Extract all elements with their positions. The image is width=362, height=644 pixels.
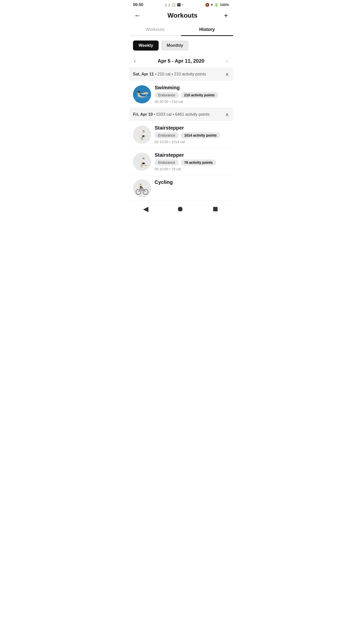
status-time: 06:50 bbox=[133, 3, 143, 7]
tabs: Workouts History bbox=[129, 23, 233, 36]
swimming-name: Swimming bbox=[155, 85, 229, 91]
chevron-up-fri: ∧ bbox=[225, 111, 229, 117]
stairstepper2-meta: 00:10:00 • 78 cal bbox=[155, 167, 229, 171]
stairstepper2-info: Stairstepper Endurance 78 activity point… bbox=[155, 152, 229, 171]
chevron-up-sat: ∧ bbox=[225, 71, 229, 77]
clipboard-icon: 📋 bbox=[172, 3, 176, 7]
workout-cycling-partial[interactable]: Cycling bbox=[129, 175, 233, 199]
day-header-fri[interactable]: Fri, Apr 10 • 6333 cal • 6461 activity p… bbox=[129, 108, 233, 121]
svg-line-41 bbox=[140, 187, 141, 189]
workout-stairstepper-2[interactable]: Stairstepper Endurance 78 activity point… bbox=[129, 148, 233, 175]
stairstepper1-tags: Endurance 1014 activity points bbox=[155, 132, 229, 138]
cycling-avatar bbox=[133, 179, 151, 197]
status-right: 🔕 ▾ 🔋 100% bbox=[205, 3, 229, 7]
add-button[interactable]: + bbox=[224, 12, 228, 19]
swimming-meta: 00:30:00 • 210 cal bbox=[155, 100, 229, 104]
day-label-fri: Fri, Apr 10 • 6333 cal • 6461 activity p… bbox=[133, 112, 209, 117]
bottom-nav: ◀ ⏺ ⏹ bbox=[129, 200, 233, 218]
cycling-name: Cycling bbox=[155, 179, 229, 185]
stairstepper2-name: Stairstepper bbox=[155, 152, 229, 158]
svg-point-3 bbox=[138, 92, 139, 93]
stairstepper2-points-tag: 78 activity points bbox=[181, 159, 216, 166]
workout-swimming[interactable]: Swimming Endurance 210 activity points 0… bbox=[129, 81, 233, 108]
filter-row: Weekly Monthly bbox=[129, 36, 233, 55]
swimming-avatar bbox=[133, 85, 151, 103]
stop-nav-button[interactable]: ⏹ bbox=[212, 205, 219, 213]
svg-point-4 bbox=[139, 92, 141, 93]
swimming-info: Swimming Endurance 210 activity points 0… bbox=[155, 85, 229, 104]
status-icons: ▯ ▯ 📋 🅿 • bbox=[165, 3, 183, 7]
page-title: Workouts bbox=[167, 12, 197, 19]
prev-week-button[interactable]: ‹ bbox=[134, 58, 136, 64]
next-week-button[interactable]: › bbox=[226, 58, 228, 64]
parking-icon: 🅿 bbox=[177, 3, 180, 7]
filter-monthly[interactable]: Monthly bbox=[161, 41, 189, 51]
day-header-sat[interactable]: Sat, Apr 11 • 210 cal • 210 activity poi… bbox=[129, 68, 233, 81]
date-range-text: Apr 5 - Apr 11, 2020 bbox=[158, 58, 204, 64]
day-label-sat: Sat, Apr 11 • 210 cal • 210 activity poi… bbox=[133, 72, 206, 76]
stairstepper2-tags: Endurance 78 activity points bbox=[155, 159, 229, 166]
wifi-icon: ▾ bbox=[211, 3, 213, 7]
stairstepper1-points-tag: 1014 activity points bbox=[181, 132, 220, 138]
stairstepper2-avatar bbox=[133, 153, 151, 171]
swimming-points-tag: 210 activity points bbox=[181, 92, 218, 98]
filter-weekly[interactable]: Weekly bbox=[133, 41, 159, 51]
date-range: ‹ Apr 5 - Apr 11, 2020 › bbox=[129, 55, 233, 68]
battery-icon: 🔋 bbox=[214, 3, 218, 7]
header: ← Workouts + bbox=[129, 9, 233, 23]
dot-icon: • bbox=[182, 3, 183, 7]
stairstepper2-type-tag: Endurance bbox=[155, 159, 179, 166]
swimming-tags: Endurance 210 activity points bbox=[155, 92, 229, 98]
stairstepper1-meta: 02:10:00 • 1014 cal bbox=[155, 140, 229, 144]
status-bar: 06:50 ▯ ▯ 📋 🅿 • 🔕 ▾ 🔋 100% bbox=[129, 0, 233, 9]
workout-stairstepper-1[interactable]: Stairstepper Endurance 1014 activity poi… bbox=[129, 121, 233, 148]
stairstepper1-name: Stairstepper bbox=[155, 125, 229, 131]
home-nav-button[interactable]: ⏺ bbox=[177, 205, 184, 213]
stairstepper1-avatar bbox=[133, 126, 151, 144]
sim-icon: ▯ bbox=[165, 3, 167, 7]
battery-percent: 100% bbox=[220, 3, 229, 7]
back-button[interactable]: ← bbox=[134, 12, 141, 19]
tab-workouts[interactable]: Workouts bbox=[129, 23, 181, 36]
cycling-info: Cycling bbox=[155, 179, 229, 187]
stairstepper1-type-tag: Endurance bbox=[155, 132, 179, 138]
svg-point-26 bbox=[141, 166, 143, 167]
back-nav-button[interactable]: ◀ bbox=[143, 205, 149, 213]
stairstepper1-info: Stairstepper Endurance 1014 activity poi… bbox=[155, 125, 229, 144]
mute-icon: 🔕 bbox=[205, 3, 209, 7]
tab-history[interactable]: History bbox=[181, 23, 233, 36]
svg-point-27 bbox=[145, 165, 147, 166]
sim2-icon: ▯ bbox=[168, 3, 170, 7]
swimming-type-tag: Endurance bbox=[155, 92, 179, 98]
svg-point-15 bbox=[141, 139, 143, 140]
